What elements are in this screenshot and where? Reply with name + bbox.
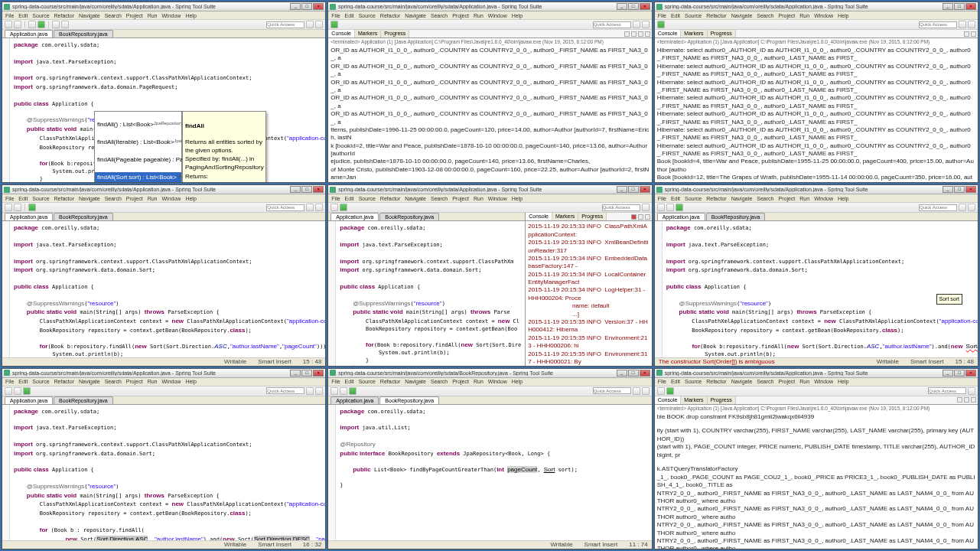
editor-tabs: Application.java BookRepository.java bbox=[2, 30, 325, 38]
param-tooltip: Sort sort bbox=[936, 294, 962, 305]
menu-navigate[interactable]: Navigate bbox=[79, 13, 100, 18]
pin-icon[interactable] bbox=[645, 31, 650, 37]
ide-window-8: spring-data-course/src/main/java/com/ore… bbox=[327, 368, 652, 549]
code-editor[interactable]: package com.oreilly.sdata; import java.t… bbox=[10, 405, 325, 540]
close-button[interactable]: × bbox=[313, 3, 324, 10]
tab-console[interactable]: Console bbox=[328, 30, 355, 37]
menubar: File Edit Source Refactor Navigate Searc… bbox=[2, 11, 325, 20]
side-console: ConsoleMarkersProgress 2015-11-19 20:15:… bbox=[525, 213, 651, 365]
quick-access-input[interactable] bbox=[266, 21, 304, 28]
tab-bookrepository[interactable]: BookRepository.java bbox=[54, 30, 113, 37]
autocomplete-popup[interactable]: findAll() : List<Book>JpaRepository find… bbox=[94, 111, 182, 182]
code-editor[interactable]: package com.oreilly.sdata; import java.u… bbox=[336, 405, 651, 540]
console-output[interactable]: 2015-11-19 20:15:33 INFO ClassPathXmlApp… bbox=[526, 221, 651, 365]
titlebar[interactable]: spring-data-course/src/main/java/com/ore… bbox=[2, 2, 325, 11]
menu-edit[interactable]: Edit bbox=[18, 13, 28, 18]
menu-run[interactable]: Run bbox=[148, 13, 158, 18]
ide-window-9: spring-data-course/src/main/java/com/ore… bbox=[654, 368, 978, 549]
perspective-icon[interactable] bbox=[315, 21, 323, 28]
stop-icon[interactable] bbox=[631, 214, 637, 220]
debug-icon[interactable] bbox=[28, 21, 36, 28]
console-output[interactable]: OR_ID as AUTHOR_I1_0_0_, author0_.COUNTR… bbox=[328, 45, 651, 182]
tab-markers[interactable]: Markers bbox=[355, 30, 381, 37]
toolbar bbox=[2, 20, 325, 30]
javadoc-popup: findAll Returns all entities sorted by t… bbox=[182, 111, 266, 182]
titlebar[interactable]: spring-data-course/src/main/java/com/ore… bbox=[655, 2, 978, 11]
close-button[interactable]: × bbox=[640, 3, 650, 10]
tab-application[interactable]: Application.java bbox=[5, 30, 53, 37]
menu-search[interactable]: Search bbox=[105, 13, 122, 18]
tool-icon[interactable] bbox=[52, 21, 60, 28]
ide-window-4: spring-data-course/src/main/java/com/ore… bbox=[2, 184, 326, 366]
menu-source[interactable]: Source bbox=[32, 13, 49, 18]
ide-window-5: spring-data-course/src/main/java/com/ore… bbox=[327, 184, 652, 366]
ide-window-1: spring-data-course/src/main/java/com/ore… bbox=[2, 2, 326, 183]
new-icon[interactable] bbox=[5, 21, 12, 28]
maximize-button[interactable]: □ bbox=[301, 3, 312, 10]
code-editor[interactable]: package com.oreilly.sdata; import java.t… bbox=[663, 221, 978, 357]
menu-project[interactable]: Project bbox=[126, 13, 143, 18]
perspective-icon[interactable] bbox=[306, 21, 314, 28]
stop-icon[interactable] bbox=[624, 31, 630, 37]
code-editor[interactable]: package com.oreilly.sdata; import java.t… bbox=[10, 38, 325, 182]
app-icon bbox=[4, 4, 10, 10]
console-tabs: Console Markers Progress bbox=[328, 30, 651, 38]
menu-refactor[interactable]: Refactor bbox=[54, 13, 74, 18]
clear-icon[interactable] bbox=[638, 31, 643, 37]
save-icon[interactable] bbox=[14, 21, 21, 28]
menu-file[interactable]: File bbox=[5, 13, 14, 18]
tab-bookrepository[interactable]: BookRepository.java bbox=[379, 396, 439, 404]
tab-progress[interactable]: Progress bbox=[381, 30, 409, 37]
ide-window-3: spring-data-course/src/main/java/com/ore… bbox=[654, 2, 978, 183]
run-icon[interactable] bbox=[37, 21, 45, 28]
maximize-button[interactable]: □ bbox=[628, 3, 639, 10]
ide-window-2: spring-data-course/src/main/java/com/ore… bbox=[327, 2, 652, 183]
gutter bbox=[2, 38, 10, 182]
ide-window-7: spring-data-course/src/main/java/com/ore… bbox=[2, 368, 326, 549]
ide-window-6: spring-data-course/src/main/java/com/ore… bbox=[654, 184, 978, 366]
remove-icon[interactable] bbox=[631, 31, 637, 37]
titlebar[interactable]: spring-data-course/src/main/java/com/ore… bbox=[328, 2, 651, 11]
error-message: The constructor Sort(Order[]) is ambiguo… bbox=[659, 358, 775, 365]
run-icon[interactable] bbox=[330, 21, 338, 28]
console-header: <terminated> Application (1) [Java Appli… bbox=[328, 38, 651, 45]
console-output[interactable]: Hibernate: select author0_.AUTHOR_ID as … bbox=[655, 45, 978, 182]
console-output[interactable]: ble BOOK drop constraint FK9sb8jh81gmii2… bbox=[655, 412, 978, 549]
menu-help[interactable]: Help bbox=[185, 13, 196, 18]
title-text: spring-data-course/src/main/java/com/ore… bbox=[12, 4, 290, 9]
minimize-button[interactable]: _ bbox=[290, 3, 301, 10]
minimize-button[interactable]: _ bbox=[617, 3, 627, 10]
tool-icon[interactable] bbox=[61, 21, 69, 28]
menu-window[interactable]: Window bbox=[161, 13, 181, 18]
code-editor[interactable]: package com.oreilly.sdata; import java.t… bbox=[10, 221, 325, 357]
